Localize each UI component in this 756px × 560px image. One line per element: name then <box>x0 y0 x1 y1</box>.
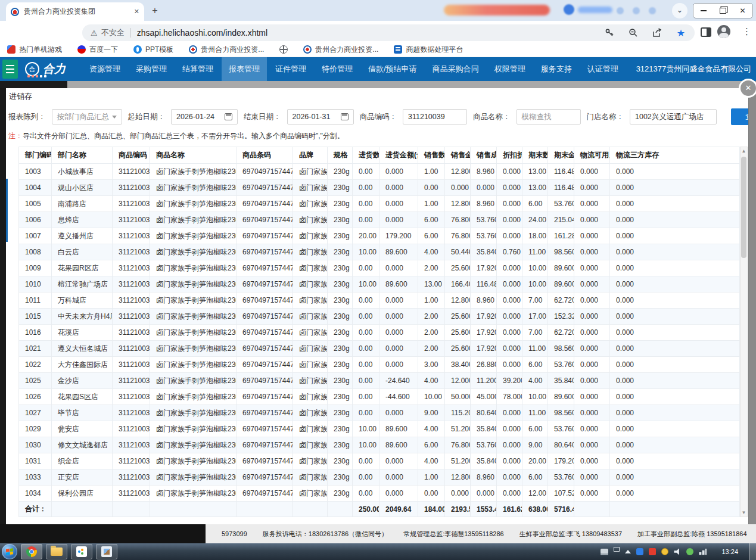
share-icon[interactable] <box>652 27 662 38</box>
nav-item-服务支持[interactable]: 服务支持 <box>534 57 579 81</box>
taskbar-explorer-icon[interactable] <box>46 544 67 559</box>
sku-code-input[interactable]: 311210039 <box>403 109 467 125</box>
nav-item-结算管理[interactable]: 结算管理 <box>175 57 220 81</box>
column-header: 商品编码 <box>113 147 150 164</box>
page-url: zhsapi.helichaoshi.com/index.xhtml <box>137 28 267 38</box>
footer-item: 常规管理总监:李德慧13595118286 <box>403 530 504 539</box>
table-row[interactable]: 1006息烽店311210039卤门家族手剥笋泡椒味230g6970497157… <box>19 212 740 228</box>
close-window-button[interactable]: ✕ <box>733 4 752 18</box>
tray-red-app-icon[interactable] <box>649 548 656 555</box>
table-row[interactable]: 1030修文文城逸都店311210039卤门家族手剥笋泡椒味230g697049… <box>19 437 740 453</box>
table-row[interactable]: 1007遵义播州店311210039卤门家族手剥笋泡椒味230g69704971… <box>19 228 740 244</box>
tray-expand-icon[interactable] <box>625 550 631 553</box>
column-header: 销售金额 <box>445 147 471 164</box>
taskbar-box-app-icon[interactable] <box>96 544 117 559</box>
bookmark-star-icon[interactable]: ★ <box>676 27 686 38</box>
table-row[interactable]: 1015中天未来方舟H4店311210039卤门家族手剥笋泡椒味230g6970… <box>19 309 740 325</box>
table-row[interactable]: 1022大方佳鑫国际店311210039卤门家族手剥笋泡椒味230g697049… <box>19 357 740 373</box>
bookmark-label: PPT模板 <box>145 45 173 55</box>
blurred-profile-name <box>578 7 612 13</box>
sku-code-label: 商品编码： <box>360 112 397 122</box>
table-row[interactable]: 1033正安店311210039卤门家族手剥笋泡椒味230g6970497157… <box>19 469 740 486</box>
table-row[interactable]: 1031织金店311210039卤门家族手剥笋泡椒味230g6970497157… <box>19 453 740 469</box>
bookmark-item[interactable]: 热门单机游戏 <box>7 45 62 55</box>
language-bar-icon[interactable] <box>614 547 620 552</box>
table-row[interactable]: 1034保利公园店311210039卤门家族手剥笋泡椒味230g69704971… <box>19 486 740 502</box>
table-row[interactable]: 1021遵义大恒名城店311210039卤门家族手剥笋泡椒味230g697049… <box>19 341 740 357</box>
hamburger-menu-icon[interactable] <box>2 60 18 79</box>
tray-green-app-icon[interactable] <box>686 548 693 555</box>
show-desktop-button[interactable] <box>749 543 756 560</box>
table-row[interactable]: 1011万科城店311210039卤门家族手剥笋泡椒味230g697049715… <box>19 293 740 309</box>
brand-tagline-decoration <box>27 75 46 77</box>
table-row[interactable]: 1026花果园S区店311210039卤门家族手剥笋泡椒味230g6970497… <box>19 389 740 405</box>
column-header: 规格 <box>328 147 353 164</box>
browser-profile-avatar[interactable] <box>717 25 730 38</box>
nav-item-认证管理[interactable]: 认证管理 <box>580 57 626 81</box>
bookmark-label: 商超数据处理平台 <box>406 45 463 55</box>
blurred-profile-dot <box>564 4 574 15</box>
footer-item: 服务投诉电话：18302613786（微信同号） <box>263 530 388 539</box>
table-scrollbar-thumb[interactable] <box>741 157 746 258</box>
table-row[interactable]: 1027毕节店311210039卤门家族手剥笋泡椒味230g6970497157… <box>19 405 740 421</box>
bookmark-item[interactable]: PPT模板 <box>133 45 173 55</box>
bookmark-item[interactable]: 贵州合力商业投资... <box>303 45 378 55</box>
table-row[interactable]: 1009花果园R区店311210039卤门家族手剥笋泡椒味230g6970497… <box>19 260 740 276</box>
start-button[interactable] <box>2 544 17 559</box>
browser-menu-icon[interactable]: ⋮ <box>742 26 751 37</box>
tab-close-icon[interactable]: ✕ <box>134 8 139 15</box>
nav-item-报表管理[interactable]: 报表管理 <box>222 57 267 81</box>
taskbar-app-icon[interactable] <box>71 544 92 559</box>
report-type-select[interactable]: 按部门商品汇总 <box>52 109 122 125</box>
nav-item-特价管理[interactable]: 特价管理 <box>315 57 360 81</box>
product-name-input[interactable]: 模糊查找 <box>517 109 581 125</box>
scroll-down-icon[interactable]: ▼ <box>741 510 747 515</box>
table-row[interactable]: 1003小城故事店311210039卤门家族手剥笋泡椒味230g69704971… <box>19 164 740 180</box>
column-header: 部门名称 <box>52 147 113 164</box>
address-bar[interactable]: ⚠ 不安全 zhsapi.helichaoshi.com/index.xhtml… <box>82 24 695 41</box>
browser-tab-strip: 贵州合力商业投资集团 ✕ + ⌄ ✕ <box>0 0 756 21</box>
table-row[interactable]: 1025金沙店311210039卤门家族手剥笋泡椒味230g6970497157… <box>19 373 740 389</box>
nav-item-权限管理[interactable]: 权限管理 <box>487 57 533 81</box>
zoom-icon[interactable] <box>628 27 639 38</box>
input-method-icon[interactable] <box>601 549 608 555</box>
bookmark-item[interactable]: 贵州合力商业投资... <box>189 45 264 55</box>
restore-button[interactable] <box>713 4 733 18</box>
table-row[interactable]: 1010榕江常驰广场店311210039卤门家族手剥笋泡椒味230g697049… <box>19 276 740 293</box>
network-icon[interactable] <box>699 549 707 555</box>
bookmark-item[interactable]: 商超数据处理平台 <box>394 45 463 55</box>
tray-clock-app-icon[interactable] <box>661 548 668 555</box>
taskbar-chrome-icon[interactable] <box>21 544 42 559</box>
nav-item-商品采购合同[interactable]: 商品采购合同 <box>425 57 486 81</box>
table-scrollbar[interactable]: ▲ ▼ <box>740 147 748 517</box>
table-row[interactable]: 1005南浦路店311210039卤门家族手剥笋泡椒味230g697049715… <box>19 196 740 212</box>
tray-mail-icon[interactable] <box>636 548 643 555</box>
volume-icon[interactable] <box>674 548 681 555</box>
start-date-input[interactable]: 2026-01-24 <box>171 109 238 125</box>
minimize-button[interactable] <box>693 4 713 18</box>
scroll-up-icon[interactable]: ▲ <box>741 148 747 154</box>
store-name-input[interactable]: 1002兴义运通广场店 <box>630 109 717 125</box>
nav-item-证件管理[interactable]: 证件管理 <box>268 57 313 81</box>
end-date-input[interactable]: 2026-01-31 <box>287 109 354 125</box>
table-row[interactable]: 1008白云店311210039卤门家族手剥笋泡椒味230g6970497157… <box>19 244 740 260</box>
close-page-button[interactable]: ✕ <box>739 79 756 98</box>
calendar-icon[interactable] <box>341 113 349 120</box>
bookmark-item[interactable] <box>279 45 288 54</box>
bookmark-label: 贵州合力商业投资... <box>315 45 378 55</box>
nav-item-采购管理[interactable]: 采购管理 <box>129 57 174 81</box>
side-panel-icon[interactable] <box>701 27 711 37</box>
table-row[interactable]: 1016花溪店311210039卤门家族手剥笋泡椒味230g6970497157… <box>19 325 740 341</box>
new-tab-button[interactable]: + <box>149 5 161 17</box>
table-row[interactable]: 1004观山小区店311210039卤门家族手剥笋泡椒味230g69704971… <box>19 180 740 196</box>
tab-inventory-report[interactable]: 进销存 <box>9 91 32 102</box>
table-row[interactable]: 1029瓮安店311210039卤门家族手剥笋泡椒味230g6970497157… <box>19 421 740 437</box>
nav-item-借款/预结申请[interactable]: 借款/预结申请 <box>361 57 424 81</box>
browser-tab[interactable]: 贵州合力商业投资集团 ✕ <box>6 2 144 21</box>
password-key-icon[interactable] <box>604 27 615 38</box>
page-scrollbar[interactable] <box>748 81 756 524</box>
tab-search-chevron-icon[interactable]: ⌄ <box>672 3 687 18</box>
nav-item-资源管理[interactable]: 资源管理 <box>82 57 127 81</box>
calendar-icon[interactable] <box>225 113 232 120</box>
bookmark-item[interactable]: 百度一下 <box>77 45 118 55</box>
